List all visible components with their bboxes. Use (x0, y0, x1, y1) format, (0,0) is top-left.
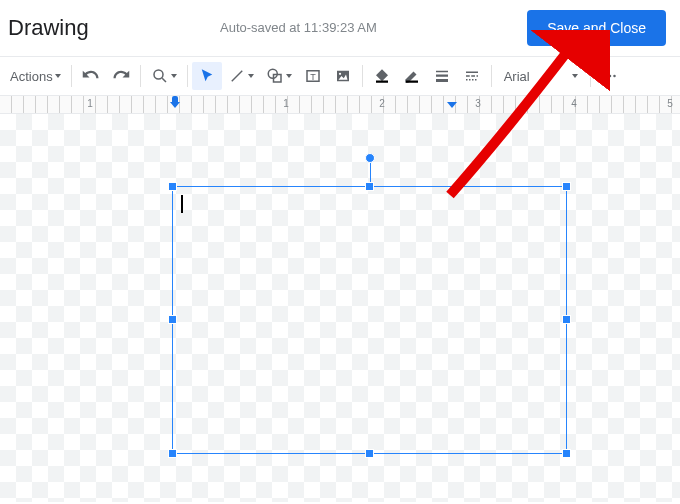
ruler-tick: 1 (87, 98, 93, 109)
paint-bucket-icon (373, 67, 391, 85)
more-horizontal-icon (601, 67, 619, 85)
chevron-down-icon (572, 74, 578, 78)
zoom-menu[interactable] (145, 62, 183, 90)
autosave-status: Auto-saved at 11:39:23 AM (220, 20, 377, 35)
shape-icon (266, 67, 284, 85)
image-icon (334, 67, 352, 85)
resize-handle-ne[interactable] (562, 182, 571, 191)
resize-handle-sw[interactable] (168, 449, 177, 458)
selected-textbox[interactable] (172, 186, 567, 454)
svg-rect-14 (436, 79, 448, 82)
svg-rect-17 (471, 75, 475, 77)
dialog-title: Drawing (8, 15, 89, 41)
indent-start-marker[interactable] (170, 96, 180, 112)
zoom-icon (151, 67, 169, 85)
svg-rect-11 (406, 81, 418, 83)
svg-point-0 (154, 70, 163, 79)
horizontal-ruler: 1 1 2 3 4 5 (0, 96, 680, 114)
more-options-button[interactable] (595, 62, 625, 90)
line-dash-icon (463, 67, 481, 85)
ruler-tick: 5 (667, 98, 673, 109)
dialog-header: Drawing Auto-saved at 11:39:23 AM Save a… (0, 0, 680, 56)
rotate-handle[interactable] (365, 153, 375, 163)
ruler-tick: 4 (571, 98, 577, 109)
resize-handle-s[interactable] (365, 449, 374, 458)
select-tool[interactable] (192, 62, 222, 90)
redo-icon (112, 67, 130, 85)
svg-rect-13 (436, 75, 448, 77)
line-icon (228, 67, 246, 85)
ruler-tick: 3 (475, 98, 481, 109)
ruler-tick: 1 (283, 98, 289, 109)
border-color-button[interactable] (397, 62, 427, 90)
save-and-close-button[interactable]: Save and Close (527, 10, 666, 46)
svg-rect-20 (469, 79, 471, 81)
fill-color-button[interactable] (367, 62, 397, 90)
svg-rect-16 (466, 75, 470, 77)
svg-rect-12 (436, 71, 448, 73)
chevron-down-icon (248, 74, 254, 78)
toolbar: Actions T (0, 56, 680, 96)
undo-button[interactable] (76, 62, 106, 90)
ruler-tick: 2 (379, 98, 385, 109)
svg-line-1 (162, 78, 166, 82)
text-caret (181, 195, 183, 213)
line-weight-icon (433, 67, 451, 85)
resize-handle-n[interactable] (365, 182, 374, 191)
svg-point-25 (613, 75, 616, 78)
font-family-picker[interactable]: Arial (496, 62, 586, 90)
undo-icon (82, 67, 100, 85)
svg-rect-10 (376, 81, 388, 83)
textbox-tool[interactable]: T (298, 62, 328, 90)
resize-handle-w[interactable] (168, 315, 177, 324)
cursor-icon (198, 67, 216, 85)
pencil-icon (403, 67, 421, 85)
svg-line-2 (231, 71, 242, 82)
line-tool[interactable] (222, 62, 260, 90)
actions-label: Actions (10, 69, 53, 84)
chevron-down-icon (171, 74, 177, 78)
border-weight-button[interactable] (427, 62, 457, 90)
resize-handle-e[interactable] (562, 315, 571, 324)
font-family-label: Arial (504, 69, 530, 84)
svg-rect-22 (475, 79, 477, 81)
chevron-down-icon (286, 74, 292, 78)
textbox-icon: T (304, 67, 322, 85)
svg-rect-15 (466, 72, 478, 74)
svg-point-9 (339, 73, 341, 75)
image-tool[interactable] (328, 62, 358, 90)
svg-text:T: T (310, 72, 316, 82)
svg-rect-19 (466, 79, 468, 81)
drawing-canvas[interactable] (0, 114, 680, 502)
resize-handle-nw[interactable] (168, 182, 177, 191)
svg-point-23 (604, 75, 607, 78)
svg-point-24 (608, 75, 611, 78)
resize-handle-se[interactable] (562, 449, 571, 458)
svg-rect-21 (472, 79, 474, 81)
shape-tool[interactable] (260, 62, 298, 90)
redo-button[interactable] (106, 62, 136, 90)
svg-rect-18 (476, 75, 478, 77)
chevron-down-icon (55, 74, 61, 78)
border-dash-button[interactable] (457, 62, 487, 90)
actions-menu[interactable]: Actions (4, 62, 67, 90)
indent-end-marker[interactable] (447, 102, 457, 108)
